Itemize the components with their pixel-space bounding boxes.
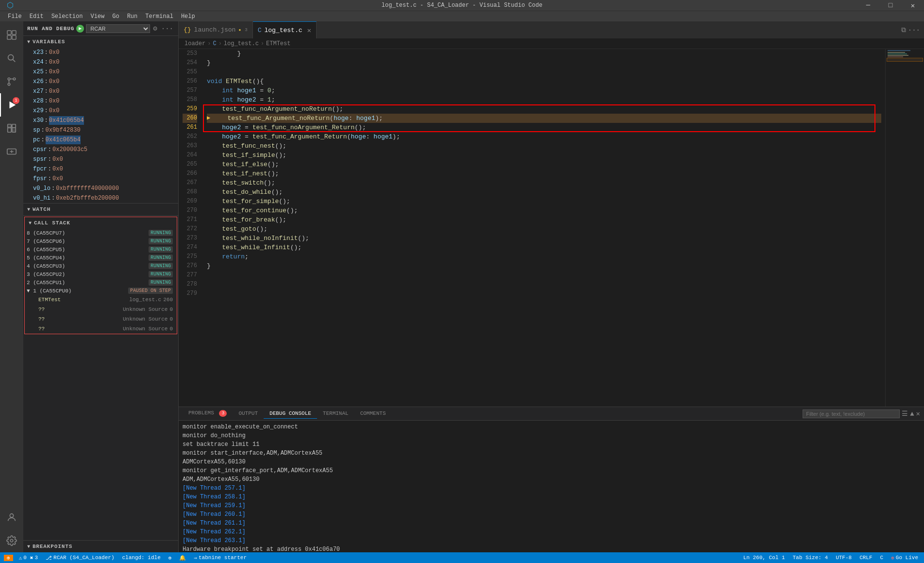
- status-notification-icon[interactable]: 🔔: [177, 555, 188, 561]
- tab-output[interactable]: OUTPUT: [233, 409, 264, 419]
- var-fpcr: fpcr:0x0: [23, 164, 178, 174]
- cs-thread-6[interactable]: 6 (CA55CPU5) RUNNING: [25, 245, 177, 254]
- status-position[interactable]: Ln 260, Col 1: [741, 555, 787, 561]
- tab-json-icon: {}: [184, 26, 191, 34]
- watch-section: ▼ WATCH: [23, 203, 178, 215]
- filter-input[interactable]: [803, 409, 900, 418]
- more-actions-icon[interactable]: ···: [908, 26, 920, 34]
- tab-bar: {} launch.json ● 3 C log_test.c ✕ ⧉ ···: [179, 21, 924, 38]
- breadcrumb-file[interactable]: log_test.c: [224, 40, 259, 47]
- activity-explorer[interactable]: [0, 23, 23, 47]
- activity-extensions[interactable]: [0, 117, 23, 140]
- debug-settings-icon[interactable]: ⚙: [152, 23, 158, 34]
- var-x25: x25:0x0: [23, 67, 178, 77]
- status-eol[interactable]: CRLF: [857, 555, 874, 561]
- status-tab-size[interactable]: Tab Size: 4: [791, 555, 830, 561]
- activity-remote[interactable]: [0, 140, 23, 163]
- tab-comments[interactable]: COMMENTS: [354, 409, 392, 419]
- cs-frame-etmtest[interactable]: ETMTest log_test.c 260: [25, 295, 177, 305]
- warning-icon: ⚠: [19, 555, 22, 561]
- cs-thread-8[interactable]: 8 (CA55CPU7) RUNNING: [25, 229, 177, 237]
- console-line-3: set backtrace limit 11: [183, 440, 920, 449]
- minimize-button[interactable]: ─: [857, 0, 879, 11]
- cs-thread-2-label: 2 (CA55CPU1): [27, 280, 65, 286]
- cs-thread-2[interactable]: 2 (CA55CPU1) RUNNING: [25, 278, 177, 287]
- svg-rect-1: [12, 31, 16, 34]
- status-encoding[interactable]: UTF-8: [834, 555, 854, 561]
- variables-section-header[interactable]: ▼ VARIABLES: [23, 36, 178, 48]
- cs-thread-5[interactable]: 5 (CA55CPU4) RUNNING: [25, 254, 177, 262]
- code-line-259: test_func_noArgument_noReturn();: [207, 104, 881, 114]
- tab-close-icon[interactable]: ✕: [307, 26, 311, 34]
- cs-frame-unknown2-name: ??: [38, 315, 123, 324]
- activity-debug[interactable]: 1: [0, 93, 23, 117]
- menu-view[interactable]: View: [86, 12, 108, 21]
- breakpoints-chevron: ▼: [27, 544, 31, 549]
- cs-frame-unknown3[interactable]: ?? Unknown Source 0: [25, 324, 177, 334]
- status-error-count: 3: [34, 555, 38, 561]
- breadcrumb-c[interactable]: C: [213, 40, 216, 47]
- menu-run[interactable]: Run: [123, 12, 142, 21]
- status-language[interactable]: C: [878, 555, 886, 561]
- activity-source-control[interactable]: [0, 70, 23, 93]
- tab-problems[interactable]: PROBLEMS 3: [183, 408, 233, 419]
- cs-thread-4[interactable]: 4 (CA55CPU3) RUNNING: [25, 262, 177, 270]
- cs-frame-unknown1-file: Unknown Source: [123, 305, 168, 314]
- breakpoints-header[interactable]: ▼ BREAKPOINTS: [23, 541, 178, 552]
- start-debug-button[interactable]: ▶: [76, 25, 84, 33]
- maximize-button[interactable]: □: [879, 0, 902, 11]
- close-button[interactable]: ✕: [902, 0, 924, 11]
- code-line-270: test_for_continue();: [207, 206, 881, 215]
- debug-more-icon[interactable]: ···: [160, 24, 174, 34]
- code-editor[interactable]: 253 254 255 256 257 258 259 260 261 262 …: [179, 49, 924, 407]
- code-lines[interactable]: } } void ETMTest(){ int hoge1 = 0; int h…: [203, 49, 885, 407]
- cs-thread-7[interactable]: 7 (CA55CPU6) RUNNING: [25, 237, 177, 245]
- callstack-header[interactable]: ▼ CALL STACK: [25, 217, 177, 229]
- minimap: [885, 49, 924, 407]
- cs-thread-3[interactable]: 3 (CA55CPU2) RUNNING: [25, 270, 177, 278]
- tab-log-test-c[interactable]: C log_test.c ✕: [253, 21, 317, 38]
- menu-help[interactable]: Help: [177, 12, 199, 21]
- activity-search[interactable]: [0, 47, 23, 70]
- panel-list-icon[interactable]: ☰: [902, 409, 908, 418]
- debug-config-select[interactable]: RCAR: [86, 24, 150, 33]
- tab-debug-console[interactable]: DEBUG CONSOLE: [264, 409, 317, 419]
- menu-go[interactable]: Go: [108, 12, 123, 21]
- tab-comments-label: COMMENTS: [360, 410, 386, 416]
- panel-close-icon[interactable]: ✕: [916, 409, 920, 418]
- panel-filter[interactable]: ☰ ▲ ✕: [803, 409, 920, 418]
- split-editor-icon[interactable]: ⧉: [901, 26, 906, 34]
- menu-file[interactable]: File: [4, 12, 26, 21]
- tab-launch-json-label: launch.json: [194, 26, 236, 34]
- cs-thread-1-label: ▼ 1 (CA55CPU0): [27, 288, 71, 294]
- variables-label: VARIABLES: [33, 39, 65, 45]
- menu-edit[interactable]: Edit: [26, 12, 48, 21]
- cs-frame-etmtest-name: ETMTest: [38, 295, 129, 304]
- tab-terminal[interactable]: TERMINAL: [317, 409, 354, 419]
- breadcrumb-sep2: ›: [218, 40, 222, 47]
- tab-launch-json[interactable]: {} launch.json ● 3: [179, 21, 253, 38]
- menu-selection[interactable]: Selection: [48, 12, 87, 21]
- window-controls[interactable]: ─ □ ✕: [857, 0, 924, 11]
- status-tabnine-label: tabnine starter: [199, 555, 247, 561]
- console-line-8: [New Thread 257.1]: [183, 484, 920, 493]
- activity-accounts[interactable]: [0, 506, 23, 529]
- cs-frame-unknown2-line: 0: [169, 315, 173, 324]
- status-add-icon[interactable]: ⊕: [167, 555, 174, 561]
- breadcrumb-function[interactable]: ETMTest: [266, 40, 290, 47]
- activity-settings[interactable]: [0, 529, 23, 552]
- panel-up-icon[interactable]: ▲: [910, 410, 914, 418]
- cs-frame-unknown1[interactable]: ?? Unknown Source 0: [25, 305, 177, 314]
- status-errors[interactable]: ⚠ 0 ✖ 3: [17, 555, 40, 561]
- console-line-5: ADMCortexA55,60130: [183, 458, 920, 466]
- status-tabnine[interactable]: ⇒ tabnine starter: [192, 555, 249, 561]
- breadcrumb-loader[interactable]: loader: [185, 40, 205, 47]
- branch-icon: ⎇: [46, 555, 52, 561]
- menu-terminal[interactable]: Terminal: [141, 12, 177, 21]
- watch-header[interactable]: ▼ WATCH: [23, 204, 178, 215]
- cs-thread-1[interactable]: ▼ 1 (CA55CPU0) PAUSED ON STEP: [25, 287, 177, 295]
- status-clangd[interactable]: clangd: idle: [120, 555, 163, 561]
- status-go-live[interactable]: ⊕ Go Live: [889, 555, 920, 561]
- status-branch[interactable]: ⎇ RCAR (S4_CA_Loader): [44, 555, 116, 561]
- cs-frame-unknown2[interactable]: ?? Unknown Source 0: [25, 314, 177, 324]
